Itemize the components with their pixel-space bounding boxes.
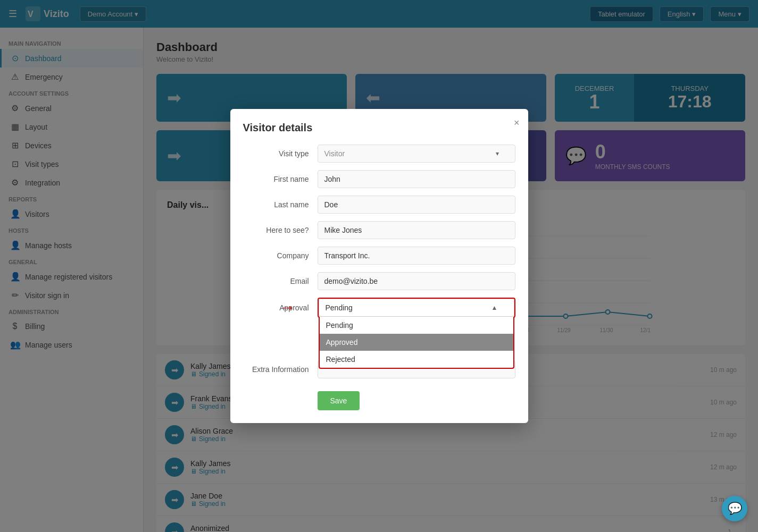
company-input[interactable]: [318, 247, 515, 265]
visit-type-row: Visit type Visitor ▾: [243, 145, 515, 163]
last-name-input[interactable]: [318, 196, 515, 214]
approval-field-wrapper: Pending ▲ Pending Approved Rejected: [318, 298, 515, 318]
approval-arrow-indicator: →: [280, 299, 295, 316]
approval-select[interactable]: Pending ▲: [319, 299, 514, 317]
visit-type-arrow-icon: ▾: [496, 150, 499, 157]
email-row: Email: [243, 272, 515, 290]
visit-type-label: Visit type: [243, 149, 318, 158]
approval-option-pending[interactable]: Pending: [320, 317, 513, 334]
visit-type-select[interactable]: Visitor ▾: [318, 145, 515, 163]
approval-current-value: Pending: [326, 303, 353, 312]
first-name-label: First name: [243, 175, 318, 183]
approval-option-approved[interactable]: Approved: [320, 334, 513, 351]
modal-backdrop: Visitor details × Visit type Visitor ▾ F…: [0, 0, 758, 532]
visit-type-value: Visitor: [324, 149, 345, 158]
approval-dropdown: Pending Approved Rejected: [319, 317, 514, 369]
save-button[interactable]: Save: [318, 391, 360, 410]
form-actions: Save: [243, 387, 515, 410]
email-label: Email: [243, 277, 318, 285]
visitor-details-modal: Visitor details × Visit type Visitor ▾ F…: [230, 109, 528, 423]
here-to-see-input[interactable]: [318, 221, 515, 239]
chat-bubble-icon: 💬: [728, 502, 742, 516]
last-name-row: Last name: [243, 196, 515, 214]
company-row: Company: [243, 247, 515, 265]
chat-bubble-button[interactable]: 💬: [722, 496, 747, 521]
approval-option-rejected[interactable]: Rejected: [320, 351, 513, 368]
first-name-row: First name: [243, 170, 515, 188]
email-input[interactable]: [318, 272, 515, 290]
first-name-input[interactable]: [318, 170, 515, 188]
here-to-see-label: Here to see?: [243, 226, 318, 234]
modal-title: Visitor details: [243, 122, 515, 134]
last-name-label: Last name: [243, 200, 318, 209]
company-label: Company: [243, 251, 318, 260]
approval-row: → Approval Pending ▲ Pending Approved Re…: [243, 298, 515, 318]
extra-info-label: Extra Information: [243, 365, 318, 374]
here-to-see-row: Here to see?: [243, 221, 515, 239]
visit-type-select-wrapper: Visitor ▾: [318, 145, 515, 163]
modal-close-button[interactable]: ×: [514, 117, 520, 129]
approval-arrow-icon: ▲: [492, 304, 498, 311]
